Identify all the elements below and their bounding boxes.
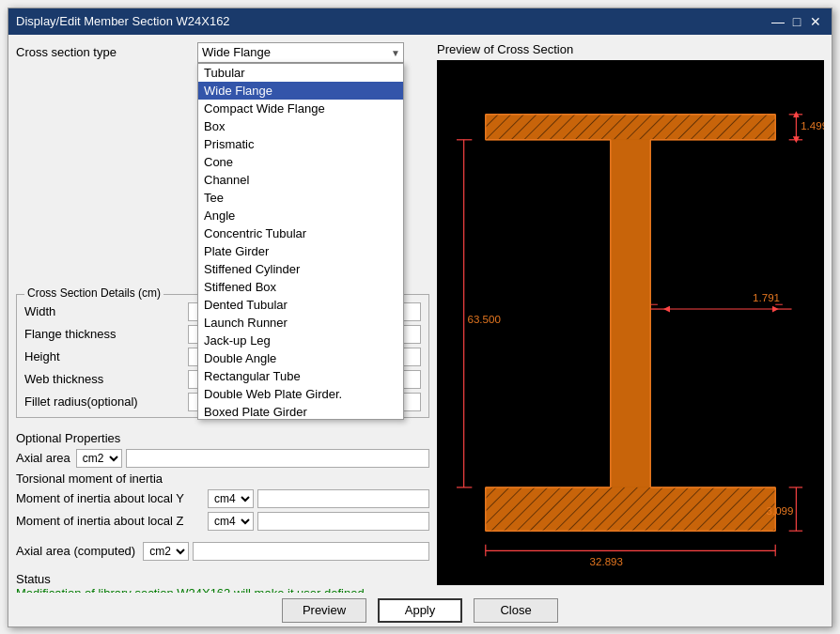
torsional-label: Torsional moment of inertia	[16, 472, 204, 486]
web-thickness-label: Web thickness	[24, 372, 184, 386]
dropdown-arrow-icon: ▼	[391, 47, 400, 57]
svg-text:1.499: 1.499	[801, 120, 824, 131]
height-label: Height	[24, 349, 184, 363]
inertia-y-input[interactable]: 215191.64	[257, 489, 429, 508]
option-box[interactable]: Box	[198, 117, 403, 135]
optional-properties-label: Optional Properties	[16, 431, 429, 445]
status-label: Status	[16, 572, 429, 586]
inertia-z-unit-select[interactable]: cm4 m4	[208, 512, 254, 531]
option-compact-wide-flange[interactable]: Compact Wide Flange	[198, 100, 403, 117]
svg-rect-6	[486, 487, 775, 530]
preview-canvas: 1.499 1.791 63.500	[437, 60, 824, 585]
apply-button[interactable]: Apply	[378, 598, 462, 623]
option-launch-runner[interactable]: Launch Runner	[198, 314, 403, 332]
computed-row: Axial area (computed) cm2 306.46908	[16, 542, 429, 561]
button-row: Preview Apply Close	[8, 593, 832, 626]
flange-thickness-label: Flange thickness	[24, 327, 184, 341]
option-tubular[interactable]: Tubular	[198, 64, 403, 82]
option-wide-flange[interactable]: Wide Flange	[198, 82, 403, 100]
optional-properties-section: Optional Properties Axial area cm2 m2 To…	[16, 431, 429, 531]
window-title: Display/Edit Member Section W24X162	[16, 14, 230, 28]
option-jack-up-leg[interactable]: Jack-up Leg	[198, 332, 403, 349]
torsional-row: Torsional moment of inertia	[16, 472, 429, 486]
cross-section-dropdown-list[interactable]: Tubular Wide Flange Compact Wide Flange …	[197, 63, 404, 420]
axial-area-unit-select[interactable]: cm2 m2	[76, 449, 122, 468]
option-dented-tubular[interactable]: Dented Tubular	[198, 296, 403, 314]
inertia-y-row: Moment of inertia about local Y cm4 m4 2…	[16, 489, 429, 508]
svg-rect-3	[486, 114, 775, 139]
inertia-z-row: Moment of inertia about local Z cm4 m4 1…	[16, 512, 429, 531]
inertia-z-input[interactable]: 18439.0527	[257, 512, 429, 531]
cross-section-type-label: Cross section type	[16, 45, 190, 59]
axial-area-row: Axial area cm2 m2	[16, 449, 429, 468]
svg-text:63.500: 63.500	[468, 313, 501, 324]
svg-text:32.893: 32.893	[590, 555, 623, 566]
maximize-button[interactable]: □	[788, 13, 805, 30]
right-panel: Preview of Cross Section	[437, 42, 824, 585]
option-cone[interactable]: Cone	[198, 153, 403, 171]
cross-section-selected: Wide Flange	[202, 45, 271, 59]
computed-label: Axial area (computed)	[16, 544, 135, 558]
option-double-web-plate-girder[interactable]: Double Web Plate Girder.	[198, 385, 403, 403]
cross-section-dropdown[interactable]: Wide Flange ▼	[197, 42, 404, 63]
option-channel[interactable]: Channel	[198, 171, 403, 189]
main-window: Display/Edit Member Section W24X162 — □ …	[8, 8, 832, 627]
computed-input[interactable]: 306.46908	[193, 542, 429, 561]
inertia-y-unit-select[interactable]: cm4 m4	[208, 489, 254, 508]
axial-area-input[interactable]	[126, 449, 429, 468]
option-prismatic[interactable]: Prismatic	[198, 135, 403, 153]
cross-section-dropdown-wrapper: Wide Flange ▼ Tubular Wide Flange Compac…	[197, 42, 404, 63]
svg-text:1.791: 1.791	[753, 292, 780, 303]
option-plate-girder[interactable]: Plate Girder	[198, 242, 403, 260]
minimize-button[interactable]: —	[770, 13, 786, 30]
inertia-y-label: Moment of inertia about local Y	[16, 491, 204, 505]
title-controls: — □ ✕	[770, 13, 824, 30]
option-double-angle[interactable]: Double Angle	[198, 349, 403, 367]
svg-rect-4	[611, 139, 650, 487]
axial-area-label: Axial area	[16, 451, 70, 465]
main-content: Cross section type Wide Flange ▼ Tubular…	[8, 35, 832, 593]
fillet-radius-label: Fillet radius(optional)	[24, 394, 184, 409]
option-concentric-tubular[interactable]: Concentric Tubular	[198, 224, 403, 242]
title-bar: Display/Edit Member Section W24X162 — □ …	[8, 8, 832, 35]
option-boxed-plate-girder[interactable]: Boxed Plate Girder	[198, 403, 403, 420]
computed-unit-select[interactable]: cm2	[143, 542, 189, 561]
close-button[interactable]: Close	[474, 598, 558, 623]
option-stiffened-cylinder[interactable]: Stiffened Cylinder	[198, 260, 403, 278]
option-angle[interactable]: Angle	[198, 207, 403, 224]
inertia-z-label: Moment of inertia about local Z	[16, 514, 204, 528]
option-rectangular-tube[interactable]: Rectangular Tube	[198, 367, 403, 385]
close-window-button[interactable]: ✕	[807, 13, 824, 30]
width-label: Width	[24, 304, 184, 318]
status-section: Status Modification of library section W…	[16, 572, 429, 593]
status-text: Modification of library section W24X162 …	[16, 586, 429, 593]
option-tee[interactable]: Tee	[198, 189, 403, 207]
cross-section-svg: 1.499 1.791 63.500	[437, 60, 824, 585]
cross-section-details-label: Cross Section Details (cm)	[24, 286, 163, 300]
preview-button[interactable]: Preview	[282, 598, 366, 623]
svg-text:3.099: 3.099	[767, 504, 794, 516]
cross-section-type-row: Cross section type Wide Flange ▼ Tubular…	[16, 42, 429, 63]
preview-title: Preview of Cross Section	[437, 42, 824, 56]
left-panel: Cross section type Wide Flange ▼ Tubular…	[16, 42, 429, 585]
option-stiffened-box[interactable]: Stiffened Box	[198, 278, 403, 296]
